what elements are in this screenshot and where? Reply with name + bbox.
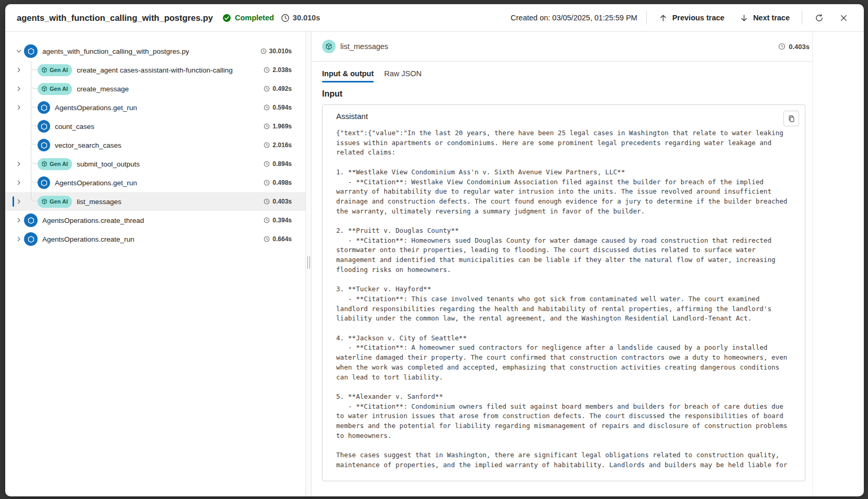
tree-item-label: submit_tool_outputs	[77, 160, 140, 168]
next-trace-button[interactable]: Next trace	[736, 11, 793, 25]
tree-connector-line	[31, 98, 38, 108]
span-circle-icon	[24, 213, 38, 227]
span-circle-icon	[38, 176, 50, 189]
gen-ai-badge: Gen AI	[38, 196, 72, 208]
gen-ai-badge: Gen AI	[38, 83, 72, 95]
tree-connector-line	[31, 79, 38, 89]
tree-item-agentsoperations-create-thread[interactable]: AgentsOperations.create_thread0.394s	[5, 211, 305, 230]
panels: agents_with_function_calling_with_postgr…	[5, 32, 864, 496]
chevron-right-icon[interactable]	[14, 215, 24, 225]
detail-tabs: Input & output Raw JSON	[312, 62, 813, 85]
clock-icon	[281, 14, 290, 22]
tree-item-duration-value: 0.394s	[272, 217, 292, 224]
tree-connector-line	[31, 88, 31, 98]
tree-item-duration-value: 0.498s	[272, 179, 292, 186]
trace-dialog: agents_with_function_calling_with_postgr…	[5, 4, 864, 496]
gen-ai-badge: Gen AI	[38, 158, 72, 170]
chevron-right-icon[interactable]	[14, 159, 24, 169]
tree-item-label: create_agent cases-assistant-with-functi…	[77, 66, 233, 74]
span-detail-content: list_messages 0.403s Input & output Raw …	[312, 32, 813, 496]
tree-item-agentsoperations-get-run[interactable]: AgentsOperations.get_run0.594s	[5, 98, 305, 117]
tree-item-duration: 0.664s	[258, 235, 292, 243]
tree-item-duration: 0.394s	[258, 217, 292, 224]
gen-ai-badge-label: Gen AI	[50, 86, 68, 92]
tree-connector-line	[31, 182, 31, 192]
status-label: Completed	[235, 14, 274, 22]
refresh-button[interactable]	[811, 10, 827, 26]
tree-item-duration: 2.016s	[258, 141, 292, 149]
tree-item-agents-with-function-calling-with-postgres-py[interactable]: agents_with_function_calling_with_postgr…	[5, 42, 305, 61]
trace-tree: agents_with_function_calling_with_postgr…	[5, 42, 305, 248]
clock-icon	[260, 48, 267, 54]
dialog-header: agents_with_function_calling_with_postgr…	[5, 4, 864, 32]
header-left: agents_with_function_calling_with_postgr…	[17, 13, 320, 23]
message-role-label: Assistant	[336, 112, 791, 121]
chevron-right-icon[interactable]	[14, 65, 24, 75]
tree-item-duration-value: 2.038s	[272, 66, 292, 74]
chevron-placeholder	[14, 121, 24, 132]
chevron-placeholder	[14, 140, 24, 150]
tree-item-list-messages[interactable]: Gen AIlist_messages0.403s	[5, 192, 305, 211]
arrow-down-icon	[740, 14, 748, 22]
copy-button[interactable]	[783, 111, 799, 126]
tree-item-duration-value: 2.016s	[272, 141, 292, 149]
span-detail-header: list_messages 0.403s	[312, 32, 813, 62]
gen-ai-badge-label: Gen AI	[50, 67, 68, 73]
chevron-right-icon[interactable]	[14, 84, 24, 94]
close-button[interactable]	[836, 10, 851, 26]
span-title: list_messages	[340, 42, 388, 51]
tree-item-label: vector_search_cases	[55, 141, 122, 149]
tree-item-label: count_cases	[55, 123, 94, 130]
tree-connector-line	[31, 173, 38, 183]
clock-icon	[264, 123, 270, 129]
chevron-right-icon[interactable]	[14, 102, 24, 113]
assistant-message-card: Assistant {"text":{"value":"In the last …	[322, 104, 805, 481]
clock-icon	[264, 142, 270, 148]
tree-item-duration: 0.894s	[258, 160, 292, 168]
tree-item-label: AgentsOperations.create_thread	[42, 217, 144, 224]
clock-icon	[264, 198, 270, 205]
created-on-label: Created on: 03/05/2025, 01:25:59 PM	[510, 14, 637, 22]
span-duration-value: 0.403s	[789, 43, 810, 51]
tree-connector-line	[31, 136, 38, 145]
gen-ai-span-icon	[322, 40, 336, 53]
tree-item-duration: 0.492s	[258, 85, 292, 92]
header-divider	[646, 11, 647, 25]
tree-item-agentsoperations-create-run[interactable]: AgentsOperations.create_run0.664s	[5, 230, 305, 248]
tree-item-duration-value: 0.403s	[272, 198, 292, 205]
scroll-gutter-divider	[812, 32, 813, 496]
tab-raw-json[interactable]: Raw JSON	[384, 62, 422, 85]
arrow-up-icon	[659, 14, 668, 22]
tree-item-vector-search-cases[interactable]: vector_search_cases2.016s	[5, 136, 305, 155]
message-content: {"text":{"value":"In the last 20 years, …	[336, 128, 791, 470]
gen-ai-badge-label: Gen AI	[50, 161, 68, 167]
chevron-right-icon[interactable]	[14, 234, 24, 244]
clock-icon	[264, 161, 270, 167]
tree-item-create-agent-cases-assistant-with-function-calling[interactable]: Gen AIcreate_agent cases-assistant-with-…	[5, 61, 305, 79]
header-right: Created on: 03/05/2025, 01:25:59 PM Prev…	[510, 10, 851, 26]
chevron-right-icon[interactable]	[14, 177, 24, 188]
span-circle-icon	[38, 139, 50, 151]
span-circle-icon	[24, 44, 38, 58]
previous-trace-button[interactable]: Previous trace	[656, 11, 728, 25]
span-detail-panel: list_messages 0.403s Input & output Raw …	[312, 32, 864, 496]
tree-item-duration: 30.010s	[255, 47, 292, 55]
tree-item-create-message[interactable]: Gen AIcreate_message0.492s	[5, 79, 305, 98]
tree-item-submit-tool-outputs[interactable]: Gen AIsubmit_tool_outputs0.894s	[5, 155, 305, 173]
copy-icon	[788, 115, 795, 123]
tree-item-agentsoperations-get-run[interactable]: AgentsOperations.get_run0.498s	[5, 173, 305, 192]
span-duration: 0.403s	[778, 43, 810, 51]
tree-connector-line	[31, 61, 38, 70]
tree-item-duration-value: 0.594s	[272, 104, 292, 111]
tree-connector-line	[31, 155, 38, 164]
chevron-right-icon[interactable]	[14, 196, 24, 207]
tree-item-label: agents_with_function_calling_with_postgr…	[42, 47, 189, 55]
panel-splitter[interactable]	[305, 32, 312, 496]
tree-connector-line	[31, 145, 31, 155]
span-circle-icon	[38, 120, 50, 133]
chevron-down-icon[interactable]	[14, 46, 24, 56]
tree-item-duration-value: 0.894s	[272, 160, 292, 168]
tab-input-output[interactable]: Input & output	[322, 62, 374, 85]
tree-connector-line	[31, 117, 38, 126]
tree-item-count-cases[interactable]: count_cases1.969s	[5, 117, 305, 136]
